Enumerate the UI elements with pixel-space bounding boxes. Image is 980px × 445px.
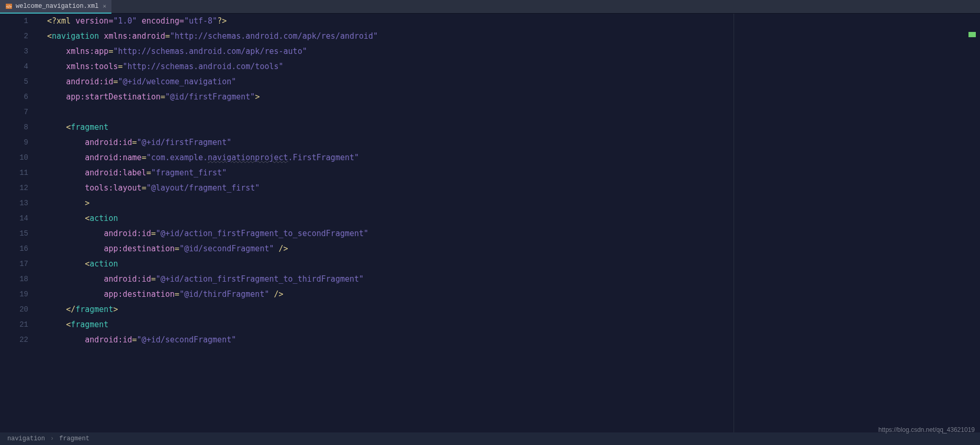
line-number: 6 xyxy=(0,90,28,105)
line-number-gutter: 12345678910111213141516171819202122 xyxy=(0,14,38,432)
code-line[interactable]: app:destination="@id/thirdFragment" /> xyxy=(47,287,734,302)
code-line[interactable]: <navigation xmlns:android="http://schema… xyxy=(47,29,734,44)
line-number: 1 xyxy=(0,14,28,29)
breadcrumb-item[interactable]: fragment xyxy=(59,435,89,442)
code-line[interactable]: <?xml version="1.0" encoding="utf-8"?> xyxy=(47,14,734,29)
code-editor[interactable]: <?xml version="1.0" encoding="utf-8"?> <… xyxy=(38,14,734,432)
editor-tab[interactable]: </> welcome_navigation.xml ✕ xyxy=(0,0,111,14)
line-number: 11 xyxy=(0,165,28,181)
code-line[interactable]: <action xyxy=(47,257,734,272)
svg-text:</>: </> xyxy=(6,5,12,8)
inspection-ok-icon[interactable] xyxy=(968,32,976,37)
tab-filename: welcome_navigation.xml xyxy=(16,3,98,10)
code-line[interactable]: android:id="@+id/action_firstFragment_to… xyxy=(47,226,734,241)
line-number: 7 xyxy=(0,105,28,120)
line-number: 4 xyxy=(0,59,28,74)
breadcrumb: navigation › fragment xyxy=(0,432,980,445)
line-number: 9 xyxy=(0,135,28,150)
code-line[interactable]: android:id="@+id/secondFragment" xyxy=(47,332,734,348)
code-line[interactable]: xmlns:tools="http://schemas.android.com/… xyxy=(47,59,734,74)
line-number: 3 xyxy=(0,44,28,59)
xml-file-icon: </> xyxy=(5,3,13,10)
code-line[interactable]: <fragment xyxy=(47,317,734,332)
code-line[interactable]: app:startDestination="@id/firstFragment"… xyxy=(47,90,734,105)
code-line[interactable]: android:id="@+id/welcome_navigation" xyxy=(47,74,734,90)
close-icon[interactable]: ✕ xyxy=(103,3,106,9)
line-number: 13 xyxy=(0,196,28,211)
code-line[interactable] xyxy=(47,105,734,120)
line-number: 10 xyxy=(0,150,28,165)
line-number: 22 xyxy=(0,332,28,348)
editor-tab-bar: </> welcome_navigation.xml ✕ xyxy=(0,0,980,14)
line-number: 17 xyxy=(0,257,28,272)
line-number: 18 xyxy=(0,272,28,287)
code-line[interactable]: <action xyxy=(47,211,734,226)
editor-main: 12345678910111213141516171819202122 <?xm… xyxy=(0,14,980,432)
line-number: 2 xyxy=(0,29,28,44)
line-number: 14 xyxy=(0,211,28,226)
code-line[interactable]: > xyxy=(47,196,734,211)
line-number: 19 xyxy=(0,287,28,302)
line-number: 15 xyxy=(0,226,28,241)
code-line[interactable]: xmlns:app="http://schemas.android.com/ap… xyxy=(47,44,734,59)
editor-right-panel xyxy=(734,14,980,432)
code-line[interactable]: </fragment> xyxy=(47,302,734,317)
code-line[interactable]: android:id="@+id/action_firstFragment_to… xyxy=(47,272,734,287)
code-line[interactable]: tools:layout="@layout/fragment_first" xyxy=(47,181,734,196)
line-number: 12 xyxy=(0,181,28,196)
breadcrumb-item[interactable]: navigation xyxy=(7,435,45,442)
line-number: 8 xyxy=(0,120,28,135)
chevron-right-icon: › xyxy=(50,435,54,442)
code-line[interactable]: <fragment xyxy=(47,120,734,135)
code-line[interactable]: android:name="com.example.navigationproj… xyxy=(47,150,734,165)
line-number: 16 xyxy=(0,241,28,257)
code-line[interactable]: app:destination="@id/secondFragment" /> xyxy=(47,241,734,257)
code-line[interactable]: android:label="fragment_first" xyxy=(47,165,734,181)
line-number: 20 xyxy=(0,302,28,317)
code-line[interactable]: android:id="@+id/firstFragment" xyxy=(47,135,734,150)
line-number: 21 xyxy=(0,317,28,332)
line-number: 5 xyxy=(0,74,28,90)
